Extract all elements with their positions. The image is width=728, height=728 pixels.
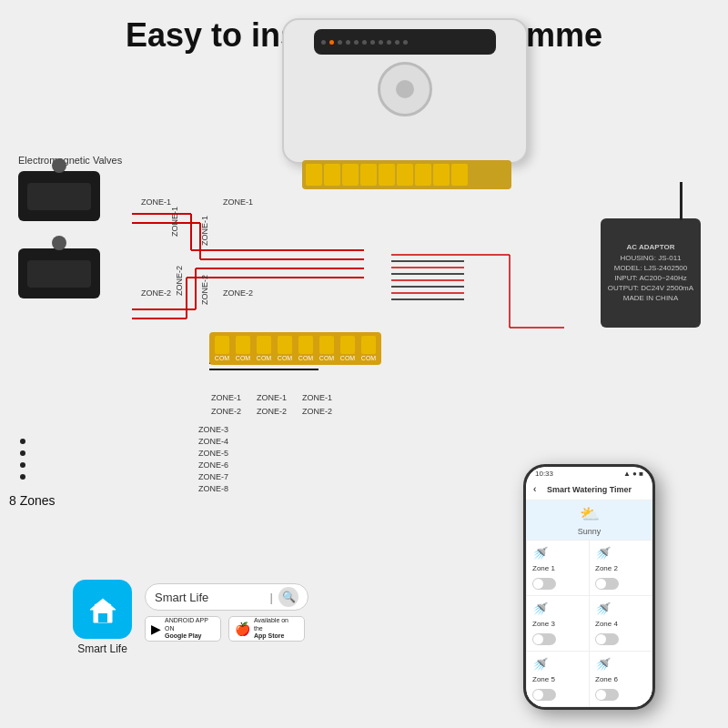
smart-life-icon-svg (85, 592, 121, 628)
led-dot (395, 40, 399, 45)
terminal-pin (306, 164, 322, 186)
valves-section: Electromagnetic Valves (18, 155, 122, 320)
phone-icons: ▲ ● ■ (623, 470, 643, 478)
search-bar[interactable]: Smart Life | 🔍 (145, 583, 308, 611)
svg-text:ZONE-3: ZONE-3 (198, 425, 228, 434)
search-icon[interactable]: 🔍 (278, 587, 298, 607)
com-terminal: COM (234, 336, 252, 361)
phone-zone-cell-4[interactable]: 🚿 Zone 4 (590, 596, 652, 651)
svg-text:ZONE-1: ZONE-1 (141, 197, 171, 207)
weather-icon: ⛅ (580, 504, 600, 524)
com-text: COM (215, 355, 229, 361)
led-dot (403, 40, 408, 45)
terminal-pin (433, 164, 450, 186)
store-buttons: ▶ ANDROID APP ON Google Play 🍎 Available… (145, 616, 308, 642)
zone-toggle-6[interactable] (595, 689, 619, 701)
controller-body (282, 18, 528, 164)
com-pin (319, 336, 334, 354)
svg-text:ZONE-1: ZONE-1 (302, 393, 332, 402)
com-pin (236, 336, 250, 354)
svg-text:ZONE-5: ZONE-5 (198, 449, 228, 458)
phone-title: Smart Watering Timer (547, 485, 632, 494)
led-dot (321, 40, 326, 45)
phone-zone-cell-5[interactable]: 🚿 Zone 5 (527, 652, 589, 706)
apple-line2: App Store (254, 632, 284, 639)
divider: | (270, 591, 273, 604)
zone-toggle-2[interactable] (595, 578, 619, 590)
com-pin (278, 336, 292, 354)
svg-text:ZONE-2: ZONE-2 (141, 288, 171, 298)
zone-toggle-5[interactable] (532, 689, 556, 701)
phone-screen: 10:33 ▲ ● ■ ‹ Smart Watering Timer ⛅ Sun… (526, 467, 652, 707)
search-text: Smart Life (155, 591, 265, 604)
phone-zone-cell-1[interactable]: 🚿 Zone 1 (527, 541, 589, 595)
terminal-pin (324, 164, 340, 186)
app-section: Smart Life Smart Life | 🔍 ▶ ANDROID APP … (73, 580, 308, 655)
com-pin (361, 336, 376, 354)
svg-point-57 (20, 462, 25, 468)
com-text: COM (340, 355, 355, 361)
zone-label-5: Zone 5 (532, 675, 583, 683)
app-icon[interactable] (73, 580, 132, 639)
zone-icon: 🚿 (595, 602, 646, 616)
google-play-button[interactable]: ▶ ANDROID APP ON Google Play (145, 616, 221, 642)
zone-label-2: Zone 2 (595, 564, 646, 572)
zone-toggle-3[interactable] (532, 633, 556, 645)
com-terminal: COM (255, 336, 273, 361)
svg-text:ZONE-1: ZONE-1 (257, 393, 287, 402)
com-terminal: COM (318, 336, 336, 361)
svg-text:ZONE-2: ZONE-2 (200, 275, 209, 305)
svg-text:ZONE-8: ZONE-8 (198, 484, 228, 493)
svg-text:ZONE-1: ZONE-1 (211, 393, 241, 402)
terminal-pin (342, 164, 359, 186)
app-store-section: Smart Life | 🔍 ▶ ANDROID APP ON Google P… (145, 583, 308, 642)
valve-top (52, 158, 66, 173)
google-play-text: ANDROID APP ON Google Play (165, 617, 215, 640)
com-text: COM (361, 355, 376, 361)
app-store-text: Available on the App Store (254, 617, 298, 640)
zone-label-6: Zone 6 (595, 675, 646, 683)
svg-text:ZONE-7: ZONE-7 (198, 472, 228, 481)
terminal-pin (415, 164, 431, 186)
phone-zone-cell-3[interactable]: 🚿 Zone 3 (527, 596, 589, 651)
phone-zone-cell-2[interactable]: 🚿 Zone 2 (590, 541, 652, 595)
phone-back-arrow[interactable]: ‹ (533, 484, 536, 494)
svg-text:ZONE-2: ZONE-2 (223, 288, 253, 298)
app-store-button[interactable]: 🍎 Available on the App Store (228, 616, 305, 642)
valves-label: Electromagnetic Valves (18, 155, 122, 166)
com-terminal: COM (359, 336, 378, 361)
phone-header: ‹ Smart Watering Timer (526, 480, 652, 500)
com-pin (215, 336, 229, 354)
valve-top (52, 236, 66, 250)
phone-weather: ⛅ Sunny (526, 500, 652, 540)
controller-nav-button[interactable] (378, 62, 432, 116)
svg-text:ZONE-2: ZONE-2 (257, 407, 287, 416)
svg-point-61 (101, 608, 104, 611)
phone-zone-cell-6[interactable]: 🚿 Zone 6 (590, 652, 652, 706)
zone-toggle-4[interactable] (595, 633, 619, 645)
led-dot (362, 40, 367, 45)
com-text: COM (236, 355, 250, 361)
led-dot (387, 40, 391, 45)
svg-text:ZONE-1: ZONE-1 (200, 216, 209, 246)
phone-status-bar: 10:33 ▲ ● ■ (526, 467, 652, 480)
zone-toggle-1[interactable] (532, 578, 556, 590)
zone-icon: 🚿 (532, 602, 583, 616)
com-terminal-block: COM COM COM COM COM COM COM COM (209, 332, 381, 365)
led-dot (354, 40, 359, 45)
valve-2 (18, 248, 100, 298)
com-pin (340, 336, 355, 354)
com-text: COM (257, 355, 271, 361)
led-dot (379, 40, 383, 45)
google-play-line1: ANDROID APP ON (165, 617, 208, 631)
google-play-icon: ▶ (151, 622, 161, 636)
svg-rect-60 (98, 613, 107, 622)
svg-text:ZONE-2: ZONE-2 (302, 407, 332, 416)
svg-text:8 Zones: 8 Zones (9, 493, 56, 508)
com-terminal: COM (276, 336, 294, 361)
svg-text:ZONE-2: ZONE-2 (211, 407, 241, 416)
apple-icon: 🍎 (235, 622, 250, 636)
zone-label-1: Zone 1 (532, 564, 583, 572)
ac-cord (680, 182, 682, 220)
led-dot (329, 40, 334, 45)
